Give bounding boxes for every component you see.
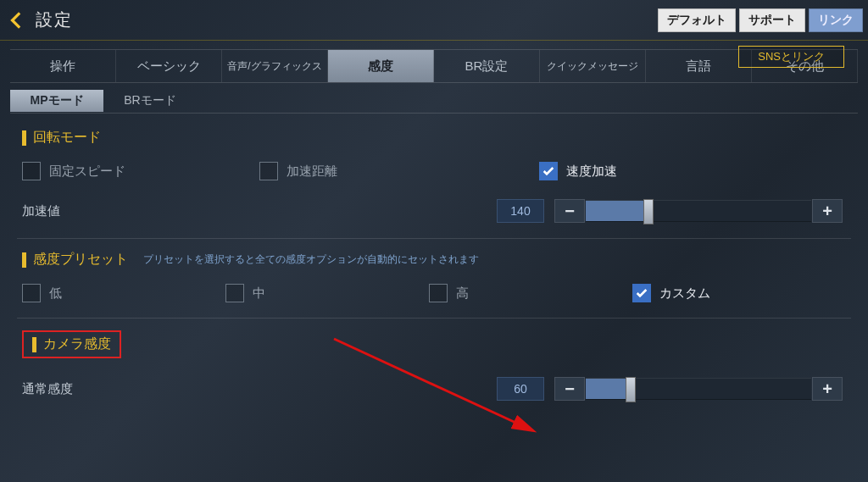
- mode-subtabs: MPモード BRモード: [10, 88, 858, 114]
- checkbox-icon: [429, 284, 448, 302]
- section-accent-bar: [32, 337, 36, 352]
- page-title: 設定: [36, 8, 73, 31]
- accel-value-box: 140: [497, 199, 544, 223]
- option-label: 固定スピード: [49, 163, 125, 180]
- option-preset-mid[interactable]: 中: [225, 284, 429, 302]
- section-accent-bar: [22, 252, 26, 268]
- highlight-annotation: カメラ感度: [22, 330, 121, 358]
- option-label: 低: [49, 285, 62, 302]
- tab-controls[interactable]: 操作: [10, 50, 116, 82]
- option-label: 加速距離: [287, 163, 337, 180]
- subtab-br[interactable]: BRモード: [103, 90, 197, 112]
- normal-sens-label: 通常感度: [22, 381, 497, 397]
- tab-basic[interactable]: ベーシック: [116, 50, 222, 82]
- link-button[interactable]: リンク: [809, 8, 863, 32]
- checkbox-checked-icon: [539, 162, 558, 180]
- slider-knob[interactable]: [626, 377, 636, 402]
- option-label: 高: [456, 285, 469, 302]
- checkbox-checked-icon: [632, 284, 651, 302]
- slider-track[interactable]: [586, 200, 811, 222]
- option-label: 速度加速: [566, 163, 617, 180]
- section-rotation: 回転モード 固定スピード 加速距離 速度加速 加速値 140 −: [17, 117, 851, 239]
- option-preset-custom[interactable]: カスタム: [632, 284, 836, 302]
- section-title-camera: カメラ感度: [43, 335, 111, 353]
- option-preset-low[interactable]: 低: [22, 284, 225, 302]
- section-title-preset: 感度プリセット: [33, 251, 128, 269]
- section-accent-bar: [22, 130, 26, 146]
- slider-increment[interactable]: +: [812, 377, 843, 401]
- section-preset: 感度プリセット プリセットを選択すると全ての感度オプションが自動的にセットされま…: [17, 239, 851, 319]
- slider-knob[interactable]: [643, 199, 654, 224]
- option-label: 中: [253, 285, 265, 302]
- section-title-rotation: 回転モード: [33, 129, 101, 147]
- slider-increment[interactable]: +: [812, 199, 843, 223]
- main-tabs: 操作 ベーシック 音声/グラフィックス 感度 BR設定 クイックメッセージ 言語…: [10, 49, 858, 83]
- sns-link-badge[interactable]: SNSとリンク: [738, 46, 844, 68]
- checkbox-icon: [259, 162, 278, 180]
- subtab-mp[interactable]: MPモード: [10, 90, 103, 112]
- preset-note: プリセットを選択すると全ての感度オプションが自動的にセットされます: [143, 252, 479, 267]
- checkbox-icon: [22, 162, 41, 180]
- option-accel-distance[interactable]: 加速距離: [259, 162, 539, 180]
- accel-value-label: 加速値: [22, 203, 497, 219]
- support-button[interactable]: サポート: [739, 8, 805, 32]
- default-button[interactable]: デフォルト: [658, 8, 736, 32]
- section-camera: カメラ感度 通常感度 60 − +: [17, 319, 851, 407]
- option-label: カスタム: [659, 285, 710, 302]
- normal-sens-value: 60: [497, 377, 544, 401]
- slider-decrement[interactable]: −: [554, 377, 585, 401]
- settings-panel: 回転モード 固定スピード 加速距離 速度加速 加速値 140 −: [10, 114, 858, 411]
- tab-language[interactable]: 言語: [646, 50, 752, 82]
- tab-quick-message[interactable]: クイックメッセージ: [540, 50, 646, 82]
- slider-track[interactable]: [586, 378, 811, 400]
- tab-br-settings[interactable]: BR設定: [434, 50, 540, 82]
- normal-sens-slider: − +: [554, 377, 843, 401]
- header-bar: 設定 デフォルト サポート リンク: [0, 0, 868, 41]
- option-speed-accel[interactable]: 速度加速: [539, 162, 743, 180]
- option-fixed-speed[interactable]: 固定スピード: [22, 162, 259, 180]
- option-preset-high[interactable]: 高: [429, 284, 632, 302]
- tab-sensitivity[interactable]: 感度: [328, 50, 434, 82]
- checkbox-icon: [225, 284, 244, 302]
- back-icon[interactable]: [5, 8, 31, 33]
- slider-decrement[interactable]: −: [554, 199, 585, 223]
- accel-slider: − +: [554, 199, 843, 223]
- tab-audio-graphics[interactable]: 音声/グラフィックス: [222, 50, 328, 82]
- checkbox-icon: [22, 284, 41, 302]
